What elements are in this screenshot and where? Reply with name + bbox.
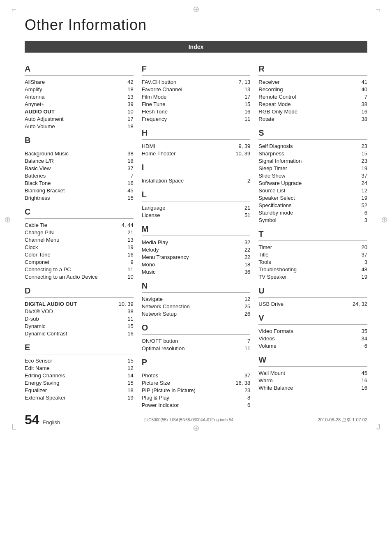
index-table-n: Navigate12 Network Connection25 Network … [142,295,251,317]
table-row: Tools3 [258,258,367,266]
table-row: Optimal resolution11 [142,344,251,352]
divider-o [142,334,251,335]
index-table-p: Photos37 Picture Size16, 38 PIP (Picture… [142,372,251,409]
crosshair-right: ⊕ [381,215,388,224]
table-row: Connecting to a PC11 [25,266,134,273]
index-table-w: Wall Mount45 Warm16 White Balance16 [258,369,367,391]
divider-w [258,366,367,367]
table-row: Plug & Play8 [142,394,251,401]
section-letter-w: W [258,355,367,365]
table-row: Picture Size16, 38 [142,379,251,386]
index-col-2: F FAV.CH button7, 13 Favorite Channel13 … [142,60,259,414]
table-row: Background Music38 [25,150,134,157]
footer: 54 English [UC5000(55)_USA]BN68-03004A-0… [0,412,392,427]
section-letter-r: R [258,64,367,74]
table-row: Network Setup26 [142,310,251,317]
crosshair-top: ⊕ [193,4,200,14]
table-row: Sleep Timer19 [258,164,367,172]
table-row: External Speaker19 [25,394,134,401]
table-row: USB Drive24, 32 [258,300,367,307]
index-table-b: Background Music38 Balance L/R18 Basic V… [25,150,134,201]
table-row: Connecting to an Audio Device10 [25,273,134,280]
table-row: Receiver41 [258,78,367,85]
table-row: Language21 [142,204,251,211]
table-row: Menu Transparency22 [142,253,251,261]
table-row: FAV.CH button7, 13 [142,78,251,85]
table-row: HDMI9, 39 [142,142,251,150]
index-table-l: Language21 License51 [142,204,251,219]
table-row: Sharpness15 [258,150,367,157]
table-row: Dynamic15 [25,322,134,330]
section-letter-d: D [25,286,134,296]
index-table-f: FAV.CH button7, 13 Favorite Channel13 Fi… [142,78,251,122]
divider-v [258,324,367,325]
table-row: Editing Channels14 [25,372,134,379]
index-table-o: ON/OFF button7 Optimal resolution11 [142,337,251,352]
table-row: Auto Adjustment17 [25,115,134,122]
table-row: Flesh Tone16 [142,108,251,115]
divider-b [25,147,134,147]
table-row: Cable Tie4, 44 [25,221,134,229]
divider-n [142,292,251,293]
divider-f [142,75,251,76]
table-row: Timer20 [258,243,367,251]
table-row: Network Connection25 [142,303,251,310]
table-row: Speaker Select19 [258,194,367,201]
footer-page-number: 54 [25,412,39,427]
table-row: Anynet+39 [25,100,134,108]
section-letter-n: N [142,281,251,291]
table-row: Balance L/R18 [25,157,134,164]
table-row: Videos34 [258,335,367,342]
table-row: Standby mode6 [258,209,367,216]
crosshair-left: ⊕ [4,215,11,224]
index-table-c: Cable Tie4, 44 Change PIN21 Channel Menu… [25,221,134,280]
index-table-i: Installation Space2 [142,177,251,184]
table-row: Energy Saving15 [25,379,134,386]
divider-m [142,236,251,236]
corner-mark-tr: ¬ [376,5,380,14]
table-row: Black Tone16 [25,179,134,187]
table-row: Symbol3 [258,216,367,224]
footer-date: 2010-06-28 오후 1:07:02 [318,417,367,423]
table-row: Installation Space2 [142,177,251,184]
table-row: Specifications52 [258,201,367,209]
section-letter-f: F [142,64,251,74]
index-col-1: A AllShare42 Amplify18 Antenna13 Anynet+… [25,60,142,407]
divider-s [258,139,367,140]
table-row: Batteries7 [25,172,134,179]
table-row: DIGITAL AUDIO OUT10, 39 [25,300,134,307]
section-letter-c: C [25,207,134,217]
table-row: Equalizer18 [25,386,134,394]
table-row: Channel Menu13 [25,236,134,243]
table-row: Componet9 [25,258,134,266]
table-row: RGB Only Mode16 [258,108,367,115]
index-table-h: HDMI9, 39 Home Theater10, 39 [142,142,251,157]
index-columns: A AllShare42 Amplify18 Antenna13 Anynet+… [25,60,367,414]
divider-r [258,75,367,76]
table-row: Self Diagnosis23 [258,142,367,150]
table-row: Clock19 [25,243,134,251]
table-row: Video Formats35 [258,327,367,335]
index-table-r: Receiver41 Recording40 Remote Control7 R… [258,78,367,122]
table-row: Signal Information23 [258,157,367,164]
section-letter-v: V [258,313,367,323]
corner-mark-tl: ⌐ [12,5,16,14]
section-letter-a: A [25,64,134,74]
footer-left: 54 English [25,412,60,427]
table-row: Favorite Channel13 [142,85,251,93]
section-letter-m: M [142,224,251,234]
index-table-e: Eco Sensor15 Edit Name12 Editing Channel… [25,357,134,401]
table-row: DivX® VOD38 [25,307,134,315]
index-header: Index [25,41,367,53]
table-row: Eco Sensor15 [25,357,134,364]
footer-language: English [43,419,60,425]
section-letter-e: E [25,343,134,352]
divider-i [142,174,251,174]
index-table-a: AllShare42 Amplify18 Antenna13 Anynet+39… [25,78,134,130]
table-row: Troubleshooting48 [258,266,367,273]
table-row: Slide Show37 [258,172,367,179]
table-row: Auto Volume18 [25,122,134,130]
section-letter-s: S [258,128,367,138]
table-row: Music36 [142,268,251,275]
table-row: Source List12 [258,187,367,194]
